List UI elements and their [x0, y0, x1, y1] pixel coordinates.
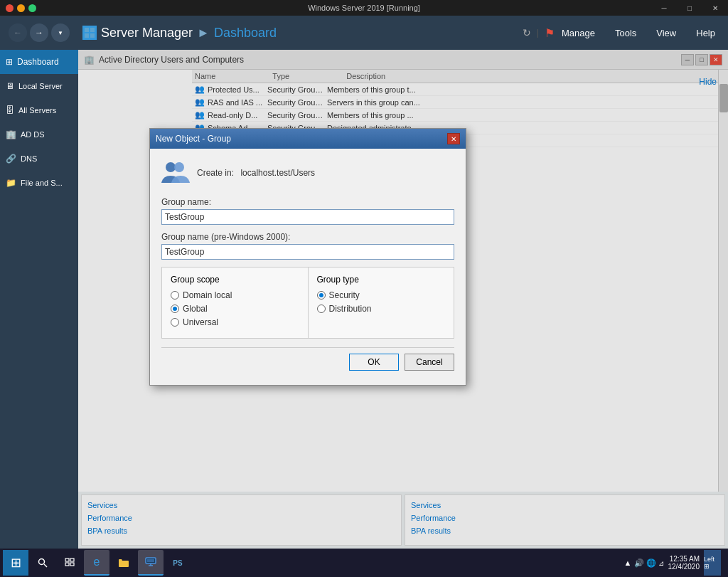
clock-area[interactable]: 12:35 AM 12/4/2020	[668, 555, 700, 571]
group-icon	[161, 160, 190, 186]
speaker-icon: 🔊	[634, 559, 644, 568]
group-scope-box: Group scope Domain local Global	[161, 267, 308, 339]
vm-window-controls[interactable]	[6, 4, 36, 12]
minimize-button[interactable]: ─	[651, 0, 677, 16]
scope-global-radio[interactable]	[171, 305, 179, 313]
type-distribution[interactable]: Distribution	[317, 304, 446, 314]
type-distribution-radio[interactable]	[317, 305, 326, 313]
title-bar: Windows Server 2019 [Running] ─ □ ✕	[0, 0, 728, 16]
svg-line-7	[44, 564, 47, 567]
svg-rect-11	[70, 563, 74, 566]
ie-button[interactable]: e	[84, 550, 109, 576]
network-icon: ▲	[624, 559, 632, 567]
file-storage-icon: 📁	[6, 178, 16, 188]
search-button[interactable]	[30, 550, 55, 576]
sidebar-item-ad-ds[interactable]: 🏢 AD DS	[0, 122, 78, 147]
server-manager-header: ← → ▼ Server Manager ► Dashboard ↻ | ⚑ M…	[0, 16, 728, 50]
close-dot[interactable]	[6, 4, 14, 12]
task-view-button[interactable]	[57, 550, 82, 576]
dialog-body: Create in: localhost.test/Users Group na…	[150, 149, 466, 385]
svg-rect-0	[85, 28, 89, 32]
close-button[interactable]: ✕	[702, 0, 728, 16]
sm-logo-icon	[82, 26, 97, 40]
sidebar-item-local-server[interactable]: 🖥 Local Server	[0, 74, 78, 98]
menu-bar: Manage Tools View Help	[557, 25, 719, 41]
start-button[interactable]: ⊞	[3, 550, 28, 576]
alerts-icon[interactable]: ⚑	[545, 26, 555, 40]
svg-point-6	[39, 559, 45, 565]
dropdown-button[interactable]: ▼	[51, 23, 70, 42]
scope-title: Group scope	[171, 275, 299, 285]
sidebar-label-adds: AD DS	[21, 130, 45, 139]
system-tray-icons: ▲ 🔊 🌐 ⊿	[624, 559, 664, 568]
group-name-input[interactable]	[161, 209, 454, 225]
group-name-pre2k-row: Group name (pre-Windows 2000):	[161, 232, 454, 260]
tools-menu[interactable]: Tools	[611, 25, 641, 41]
group-type-box: Group type Security Distribution	[308, 267, 455, 339]
sidebar-item-dns[interactable]: 🔗 DNS	[0, 147, 78, 171]
scope-domain-local[interactable]: Domain local	[171, 290, 299, 300]
sidebar-label-local: Local Server	[18, 82, 63, 90]
refresh-icon[interactable]: ↻	[523, 27, 531, 38]
type-title: Group type	[317, 275, 446, 285]
window-controls: ─ □ ✕	[651, 0, 728, 16]
maximize-dot[interactable]	[28, 4, 36, 12]
tray-overflow[interactable]: ⊿	[658, 559, 664, 567]
scope-universal[interactable]: Universal	[171, 317, 299, 327]
create-in-info: Create in: localhost.test/Users	[197, 168, 315, 178]
group-name-label: Group name:	[161, 197, 454, 207]
adds-icon: 🏢	[6, 129, 16, 139]
all-servers-icon: 🗄	[6, 105, 14, 115]
scope-global[interactable]: Global	[171, 304, 299, 314]
type-distribution-label: Distribution	[329, 304, 372, 314]
svg-rect-3	[90, 33, 95, 38]
svg-rect-1	[90, 28, 95, 32]
sidebar-item-dashboard[interactable]: ⊞ Dashboard	[0, 50, 78, 74]
forward-button[interactable]: →	[30, 23, 48, 42]
new-object-group-dialog: New Object - Group ✕	[149, 128, 466, 386]
group-name-pre2k-input[interactable]	[161, 244, 454, 260]
help-menu[interactable]: Help	[692, 25, 719, 41]
svg-rect-13	[147, 559, 154, 562]
cancel-button[interactable]: Cancel	[405, 354, 454, 371]
file-explorer-button[interactable]	[111, 550, 136, 576]
show-desktop-button[interactable]: Left ⊞	[704, 550, 721, 576]
dashboard-icon: ⊞	[6, 57, 13, 67]
type-security-radio[interactable]	[317, 291, 326, 300]
ok-button[interactable]: OK	[349, 354, 399, 371]
svg-rect-2	[85, 33, 89, 38]
sidebar-label-file: File and S...	[21, 179, 63, 187]
sidebar-item-file-storage[interactable]: 📁 File and S...	[0, 171, 78, 195]
scope-domain-local-radio[interactable]	[171, 291, 179, 300]
svg-point-5	[174, 162, 184, 172]
powershell-button[interactable]: PS	[165, 550, 191, 576]
server-manager-button[interactable]	[138, 550, 164, 576]
window-title: Windows Server 2019 [Running]	[308, 4, 420, 12]
restore-button[interactable]: □	[677, 0, 702, 16]
breadcrumb-separator: ►	[197, 26, 210, 41]
sidebar-item-all-servers[interactable]: 🗄 All Servers	[0, 98, 78, 122]
svg-point-4	[166, 162, 176, 172]
clock-date: 12/4/2020	[668, 563, 700, 571]
taskbar-right: ▲ 🔊 🌐 ⊿ 12:35 AM 12/4/2020 Left ⊞	[624, 550, 725, 576]
sidebar-label-all: All Servers	[18, 106, 56, 115]
manage-menu[interactable]: Manage	[557, 25, 599, 41]
group-name-pre2k-label: Group name (pre-Windows 2000):	[161, 232, 454, 242]
view-menu[interactable]: View	[652, 25, 680, 41]
content-area: 🏢 Active Directory Users and Computers ─…	[78, 50, 728, 549]
dialog-title: New Object - Group	[156, 134, 231, 144]
scope-universal-radio[interactable]	[171, 318, 179, 327]
back-button[interactable]: ←	[9, 23, 27, 42]
local-server-icon: 🖥	[6, 81, 14, 91]
dialog-overlay: New Object - Group ✕	[78, 50, 728, 549]
dialog-header: Create in: localhost.test/Users	[161, 160, 454, 186]
svg-rect-10	[65, 563, 69, 566]
scope-universal-label: Universal	[183, 317, 218, 327]
dialog-close-button[interactable]: ✕	[447, 133, 460, 144]
dialog-footer: OK Cancel	[161, 347, 454, 374]
minimize-dot[interactable]	[17, 4, 25, 12]
sidebar-label-dns: DNS	[21, 154, 37, 163]
dialog-title-bar: New Object - Group ✕	[150, 129, 466, 149]
scope-global-label: Global	[183, 304, 208, 314]
type-security[interactable]: Security	[317, 290, 446, 300]
